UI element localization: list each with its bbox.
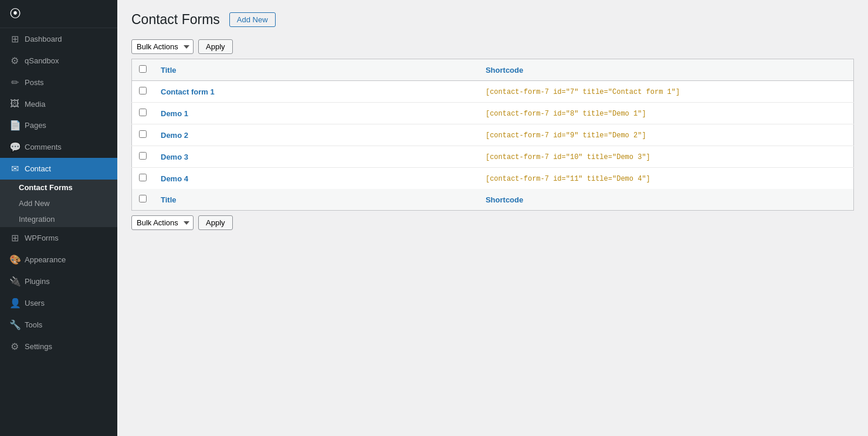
wp-logo-icon: ⦿ xyxy=(9,7,21,21)
sidebar-item-pages[interactable]: 📄 Pages xyxy=(0,114,117,136)
row-checkbox-cell xyxy=(132,146,154,168)
shortcode-text-3: [contact-form-7 id="10" title="Demo 3"] xyxy=(486,153,650,161)
form-title-link-3[interactable]: Demo 3 xyxy=(161,153,188,161)
sidebar-item-users[interactable]: 👤 Users xyxy=(0,292,117,314)
dashboard-icon: ⊞ xyxy=(9,33,20,45)
bulk-actions-select-top[interactable]: Bulk Actions Delete xyxy=(131,39,194,54)
table-row: Demo 3 [contact-form-7 id="10" title="De… xyxy=(132,146,854,168)
sidebar-item-settings[interactable]: ⚙ Settings xyxy=(0,336,117,357)
sidebar-item-qsandbox[interactable]: ⚙ qSandbox xyxy=(0,50,117,72)
tools-icon: 🔧 xyxy=(9,319,20,330)
select-all-footer-header xyxy=(132,189,154,211)
row-checkbox-cell xyxy=(132,81,154,103)
sidebar-item-media[interactable]: 🖼 Media xyxy=(0,93,117,114)
title-column-header[interactable]: Title xyxy=(154,59,479,81)
page-title: Contact Forms xyxy=(131,12,220,28)
sidebar-item-label: Comments xyxy=(25,143,62,151)
apply-button-top[interactable]: Apply xyxy=(198,39,233,54)
table-header-row: Title Shortcode xyxy=(132,59,854,81)
row-checkbox-0[interactable] xyxy=(139,87,147,94)
form-title-link-4[interactable]: Demo 4 xyxy=(161,174,188,183)
shortcode-text-2: [contact-form-7 id="9" title="Demo 2"] xyxy=(486,131,646,140)
row-checkbox-cell xyxy=(132,168,154,190)
pages-icon: 📄 xyxy=(9,120,20,131)
shortcode-column-header: Shortcode xyxy=(479,59,854,81)
settings-icon: ⚙ xyxy=(9,341,20,352)
contact-submenu: ▶ Contact Forms Add New Integration xyxy=(0,180,117,227)
bulk-bar-bottom: Bulk Actions Delete Apply xyxy=(131,215,854,230)
sidebar-item-label: WPForms xyxy=(25,234,59,242)
shortcode-text-0: [contact-form-7 id="7" title="Contact fo… xyxy=(486,88,680,96)
row-shortcode-cell: [contact-form-7 id="8" title="Demo 1"] xyxy=(479,103,854,124)
sidebar-item-contact-forms[interactable]: ▶ Contact Forms xyxy=(0,180,117,195)
sidebar-subitem-label: Integration xyxy=(19,215,55,224)
sidebar-item-plugins[interactable]: 🔌 Plugins xyxy=(0,271,117,292)
table-row: Demo 2 [contact-form-7 id="9" title="Dem… xyxy=(132,124,854,146)
apply-button-bottom[interactable]: Apply xyxy=(198,215,233,230)
plugins-icon: 🔌 xyxy=(9,276,20,287)
sidebar-item-integration[interactable]: Integration xyxy=(0,211,117,227)
table-footer-row: Title Shortcode xyxy=(132,189,854,211)
sidebar-item-posts[interactable]: ✏ Posts xyxy=(0,72,117,93)
row-shortcode-cell: [contact-form-7 id="7" title="Contact fo… xyxy=(479,81,854,103)
sidebar-item-tools[interactable]: 🔧 Tools xyxy=(0,314,117,336)
sidebar-item-label: Users xyxy=(25,299,45,307)
title-footer-header[interactable]: Title xyxy=(154,189,479,211)
sidebar-subitem-label: Add New xyxy=(19,199,50,208)
sidebar-item-add-new[interactable]: Add New xyxy=(0,195,117,211)
sidebar-item-contact[interactable]: ✉ Contact xyxy=(0,158,117,180)
shortcode-text-1: [contact-form-7 id="8" title="Demo 1"] xyxy=(486,110,646,118)
select-all-checkbox[interactable] xyxy=(139,65,147,73)
form-title-link-0[interactable]: Contact form 1 xyxy=(161,87,215,96)
sidebar-item-label: qSandbox xyxy=(25,56,59,65)
shortcode-footer-header: Shortcode xyxy=(479,189,854,211)
sidebar-item-label: Appearance xyxy=(25,255,66,264)
sidebar-item-label: Tools xyxy=(25,320,42,329)
table-row: Demo 1 [contact-form-7 id="8" title="Dem… xyxy=(132,103,854,124)
row-checkbox-3[interactable] xyxy=(139,152,147,160)
form-title-link-2[interactable]: Demo 2 xyxy=(161,131,188,140)
posts-icon: ✏ xyxy=(9,77,20,88)
sidebar-item-dashboard[interactable]: ⊞ Dashboard xyxy=(0,28,117,50)
sidebar-item-label: Settings xyxy=(25,342,52,351)
row-shortcode-cell: [contact-form-7 id="10" title="Demo 3"] xyxy=(479,146,854,168)
sidebar-logo: ⦿ xyxy=(0,0,117,28)
contact-icon: ✉ xyxy=(9,163,20,174)
table-body: Contact form 1 [contact-form-7 id="7" ti… xyxy=(132,81,854,190)
appearance-icon: 🎨 xyxy=(9,254,20,265)
sidebar-item-label: Contact xyxy=(25,164,51,173)
row-title-cell: Demo 2 xyxy=(154,124,479,146)
row-title-cell: Demo 1 xyxy=(154,103,479,124)
users-icon: 👤 xyxy=(9,298,20,309)
row-checkbox-cell xyxy=(132,103,154,124)
form-title-link-1[interactable]: Demo 1 xyxy=(161,109,188,118)
row-shortcode-cell: [contact-form-7 id="9" title="Demo 2"] xyxy=(479,124,854,146)
bulk-actions-select-bottom[interactable]: Bulk Actions Delete xyxy=(131,215,194,230)
sidebar-item-label: Plugins xyxy=(25,277,50,286)
sidebar: ⦿ ⊞ Dashboard ⚙ qSandbox ✏ Posts 🖼 Media… xyxy=(0,0,117,436)
row-shortcode-cell: [contact-form-7 id="11" title="Demo 4"] xyxy=(479,168,854,190)
row-checkbox-2[interactable] xyxy=(139,130,147,138)
row-checkbox-1[interactable] xyxy=(139,109,147,116)
sidebar-item-label: Posts xyxy=(25,78,44,87)
sidebar-item-comments[interactable]: 💬 Comments xyxy=(0,136,117,158)
sidebar-item-label: Media xyxy=(25,100,45,109)
comments-icon: 💬 xyxy=(9,141,20,153)
row-title-cell: Contact form 1 xyxy=(154,81,479,103)
table-row: Contact form 1 [contact-form-7 id="7" ti… xyxy=(132,81,854,103)
media-icon: 🖼 xyxy=(9,99,20,109)
bulk-bar-top: Bulk Actions Delete Apply xyxy=(131,39,854,54)
sidebar-item-wpforms[interactable]: ⊞ WPForms xyxy=(0,227,117,249)
table-row: Demo 4 [contact-form-7 id="11" title="De… xyxy=(132,168,854,190)
row-title-cell: Demo 4 xyxy=(154,168,479,190)
row-title-cell: Demo 3 xyxy=(154,146,479,168)
sidebar-item-appearance[interactable]: 🎨 Appearance xyxy=(0,249,117,271)
sidebar-item-label: Pages xyxy=(25,121,46,130)
select-all-footer-checkbox[interactable] xyxy=(139,195,147,202)
add-new-button[interactable]: Add New xyxy=(229,12,276,27)
qsandbox-icon: ⚙ xyxy=(9,55,20,66)
row-checkbox-4[interactable] xyxy=(139,174,147,181)
wpforms-icon: ⊞ xyxy=(9,232,20,244)
row-checkbox-cell xyxy=(132,124,154,146)
page-header: Contact Forms Add New xyxy=(131,12,854,28)
